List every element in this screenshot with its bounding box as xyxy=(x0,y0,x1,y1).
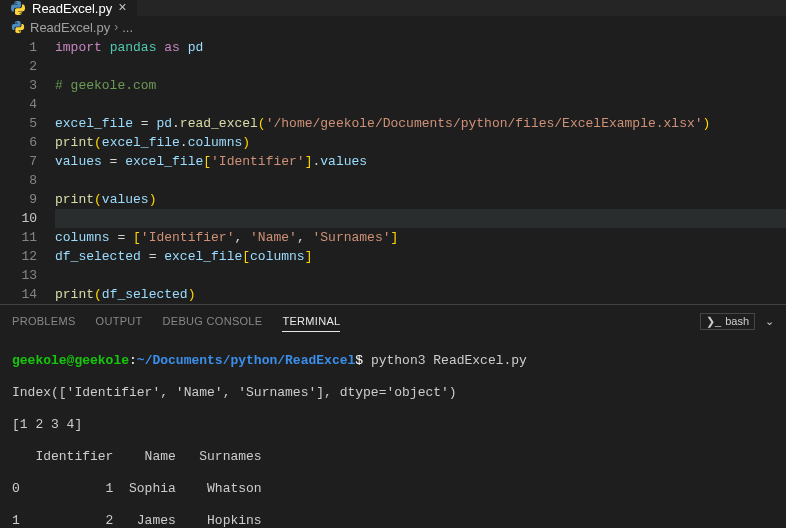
prompt-dollar: $ xyxy=(355,353,363,368)
token: print xyxy=(55,135,94,150)
prompt-user: geekole@geekole xyxy=(12,353,129,368)
line-number: 8 xyxy=(0,171,37,190)
line-number: 14 xyxy=(0,285,37,304)
token: excel_file xyxy=(125,154,203,169)
token: = xyxy=(141,249,164,264)
token: values xyxy=(320,154,367,169)
token: values xyxy=(55,154,102,169)
token: # geekole.com xyxy=(55,78,156,93)
tab-debug-console[interactable]: DEBUG CONSOLE xyxy=(163,315,263,327)
token: excel_file xyxy=(164,249,242,264)
token: pandas xyxy=(110,40,157,55)
tab-terminal[interactable]: TERMINAL xyxy=(282,315,340,332)
line-number: 7 xyxy=(0,152,37,171)
token: read_excel xyxy=(180,116,258,131)
token: 'Identifier' xyxy=(211,154,305,169)
terminal-shell-name: bash xyxy=(725,315,749,327)
token: values xyxy=(102,192,149,207)
token: 'Surnames' xyxy=(312,230,390,245)
line-number: 12 xyxy=(0,247,37,266)
token: 'Identifier' xyxy=(141,230,235,245)
token: columns xyxy=(250,249,305,264)
breadcrumb: ReadExcel.py › ... xyxy=(0,16,786,38)
editor-tab[interactable]: ReadExcel.py × xyxy=(0,0,138,16)
line-number: 4 xyxy=(0,95,37,114)
token: excel_file xyxy=(102,135,180,150)
token: df_selected xyxy=(102,287,188,302)
panel-tabs: PROBLEMS OUTPUT DEBUG CONSOLE TERMINAL ❯… xyxy=(0,305,786,337)
close-icon[interactable]: × xyxy=(118,0,126,16)
code-content[interactable]: import pandas as pd # geekole.com excel_… xyxy=(55,38,786,304)
line-number: 9 xyxy=(0,190,37,209)
line-number: 1 xyxy=(0,38,37,57)
terminal-line: Identifier Name Surnames xyxy=(12,449,774,465)
tab-problems[interactable]: PROBLEMS xyxy=(12,315,76,327)
tab-output[interactable]: OUTPUT xyxy=(96,315,143,327)
token: excel_file xyxy=(55,116,133,131)
terminal-picker[interactable]: ❯_ bash xyxy=(700,313,755,330)
token: columns xyxy=(188,135,243,150)
terminal-line: Index(['Identifier', 'Name', 'Surnames']… xyxy=(12,385,774,401)
token: print xyxy=(55,192,94,207)
terminal-line: [1 2 3 4] xyxy=(12,417,774,433)
line-number: 2 xyxy=(0,57,37,76)
token: pd xyxy=(156,116,172,131)
line-number-gutter: 1 2 3 4 5 6 7 8 9 10 11 12 13 14 xyxy=(0,38,55,304)
line-number: 3 xyxy=(0,76,37,95)
terminal-command: python3 ReadExcel.py xyxy=(363,353,527,368)
prompt-path: ~/Documents/python/ReadExcel xyxy=(137,353,355,368)
token: print xyxy=(55,287,94,302)
chevron-down-icon[interactable]: ⌄ xyxy=(765,315,774,328)
token: as xyxy=(164,40,180,55)
token: import xyxy=(55,40,102,55)
line-number: 5 xyxy=(0,114,37,133)
line-number: 10 xyxy=(0,209,37,228)
prompt-sep: : xyxy=(129,353,137,368)
tab-bar: ReadExcel.py × xyxy=(0,0,786,16)
token: = xyxy=(102,154,125,169)
tab-filename: ReadExcel.py xyxy=(32,1,112,16)
python-file-icon xyxy=(10,19,26,35)
chevron-right-icon: › xyxy=(114,20,118,34)
token: = xyxy=(110,230,133,245)
line-number: 6 xyxy=(0,133,37,152)
token: columns xyxy=(55,230,110,245)
token: '/home/geekole/Documents/python/files/Ex… xyxy=(266,116,703,131)
terminal-line: 1 2 James Hopkins xyxy=(12,513,774,528)
line-number: 11 xyxy=(0,228,37,247)
breadcrumb-more[interactable]: ... xyxy=(122,20,133,35)
token: pd xyxy=(188,40,204,55)
token: = xyxy=(133,116,156,131)
terminal-line: 0 1 Sophia Whatson xyxy=(12,481,774,497)
token: df_selected xyxy=(55,249,141,264)
code-editor[interactable]: 1 2 3 4 5 6 7 8 9 10 11 12 13 14 import … xyxy=(0,38,786,304)
breadcrumb-filename[interactable]: ReadExcel.py xyxy=(30,20,110,35)
line-number: 13 xyxy=(0,266,37,285)
python-file-icon xyxy=(10,0,26,16)
bottom-panel: PROBLEMS OUTPUT DEBUG CONSOLE TERMINAL ❯… xyxy=(0,304,786,528)
token: 'Name' xyxy=(250,230,297,245)
terminal-output[interactable]: geekole@geekole:~/Documents/python/ReadE… xyxy=(0,337,786,528)
terminal-icon: ❯_ xyxy=(706,315,721,328)
